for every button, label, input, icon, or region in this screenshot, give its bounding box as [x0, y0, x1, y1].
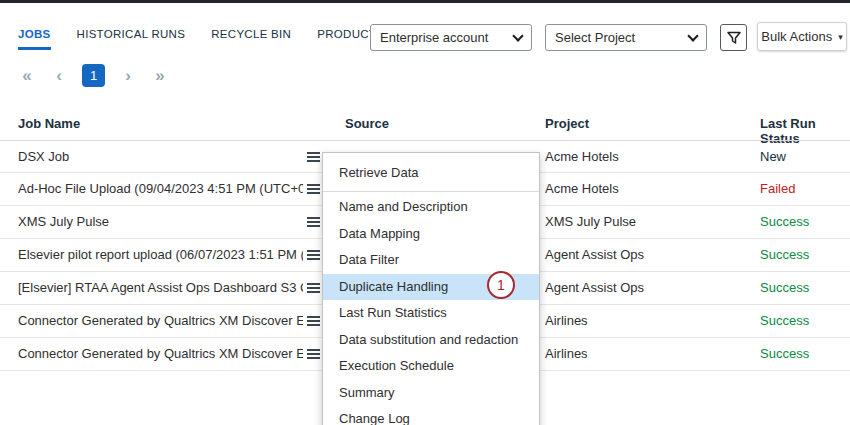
current-page-button[interactable]: 1	[82, 64, 105, 87]
row-menu-icon[interactable]	[307, 217, 320, 219]
project-cell: Acme Hotels	[545, 149, 619, 164]
last-page-button[interactable]: »	[151, 65, 169, 87]
prev-page-button[interactable]: ‹	[50, 65, 68, 87]
menu-item-data-filter[interactable]: Data Filter	[323, 247, 539, 274]
project-select-value: Select Project	[555, 30, 635, 45]
menu-section-main: Name and Description Data Mapping Data F…	[323, 192, 539, 425]
status-cell: Success	[760, 313, 809, 328]
next-page-button[interactable]: ›	[119, 65, 137, 87]
window-top-edge	[0, 0, 850, 3]
job-name-cell: DSX Job	[18, 149, 69, 164]
pagination: « ‹ 1 › »	[18, 64, 169, 87]
project-cell: Acme Hotels	[545, 181, 619, 196]
project-cell: Agent Assist Ops	[545, 247, 644, 262]
menu-item-last-run-statistics[interactable]: Last Run Statistics	[323, 300, 539, 327]
row-menu-icon[interactable]	[307, 184, 320, 186]
status-cell: New	[760, 149, 786, 164]
row-menu-icon[interactable]	[307, 316, 320, 318]
status-cell: Success	[760, 214, 809, 229]
menu-item-name-and-description[interactable]: Name and Description	[323, 194, 539, 221]
job-name-cell: XMS July Pulse	[18, 214, 109, 229]
filter-button[interactable]	[720, 24, 747, 51]
row-menu-icon[interactable]	[307, 250, 320, 252]
bulk-actions-button[interactable]: Bulk Actions ▾	[757, 22, 847, 51]
row-menu-icon[interactable]	[307, 349, 320, 351]
job-name-cell: Connector Generated by Qualtrics XM Disc…	[18, 313, 303, 328]
account-select-value: Enterprise account	[380, 30, 488, 45]
bulk-actions-label: Bulk Actions	[761, 29, 832, 44]
account-select[interactable]: Enterprise account	[370, 24, 532, 51]
first-page-button[interactable]: «	[18, 65, 36, 87]
row-menu-icon[interactable]	[307, 283, 320, 285]
menu-section-top: Retrieve Data	[323, 159, 539, 192]
column-header-job-name: Job Name	[18, 116, 80, 131]
job-name-cell: [Elsevier] RTAA Agent Assist Ops Dashboa…	[18, 280, 303, 295]
menu-item-summary[interactable]: Summary	[323, 380, 539, 407]
column-header-project: Project	[545, 116, 589, 131]
menu-item-data-mapping[interactable]: Data Mapping	[323, 221, 539, 248]
table-header: Job Name Source Project Last Run Status	[0, 110, 850, 140]
tab-jobs[interactable]: JOBS	[18, 28, 51, 50]
status-cell: Success	[760, 247, 809, 262]
status-cell: Success	[760, 346, 809, 361]
project-cell: Airlines	[545, 313, 588, 328]
menu-item-retrieve-data[interactable]: Retrieve Data	[323, 159, 539, 187]
row-menu-icon[interactable]	[307, 152, 320, 154]
column-header-source: Source	[345, 116, 389, 131]
status-cell: Failed	[760, 181, 795, 196]
menu-item-change-log[interactable]: Change Log	[323, 406, 539, 425]
job-name-cell: Connector Generated by Qualtrics XM Disc…	[18, 346, 303, 361]
project-cell: Agent Assist Ops	[545, 280, 644, 295]
tab-recycle-bin[interactable]: RECYCLE BIN	[211, 28, 291, 50]
job-name-cell: Ad-Hoc File Upload (09/04/2023 4:51 PM (…	[18, 181, 303, 196]
status-cell: Success	[760, 280, 809, 295]
chevron-down-icon	[512, 30, 523, 41]
menu-item-execution-schedule[interactable]: Execution Schedule	[323, 353, 539, 380]
project-cell: XMS July Pulse	[545, 214, 636, 229]
annotation-callout-1: 1	[487, 271, 515, 299]
chevron-down-icon	[687, 30, 698, 41]
project-cell: Airlines	[545, 346, 588, 361]
project-select[interactable]: Select Project	[545, 24, 707, 51]
menu-item-data-substitution-and-redaction[interactable]: Data substitution and redaction	[323, 327, 539, 354]
caret-down-icon: ▾	[838, 32, 843, 42]
job-name-cell: Elsevier pilot report upload (06/07/2023…	[18, 247, 303, 262]
tab-historical-runs[interactable]: HISTORICAL RUNS	[77, 28, 186, 50]
funnel-icon	[726, 30, 742, 46]
